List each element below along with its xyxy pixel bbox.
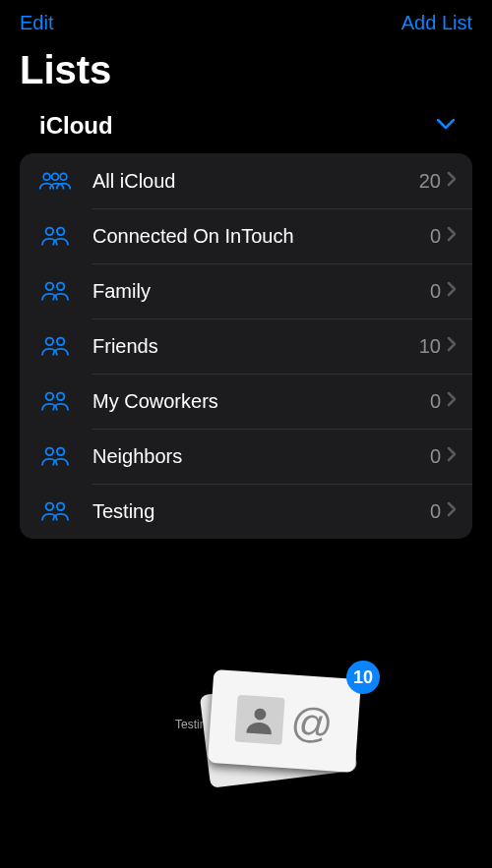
chevron-right-icon [447,391,457,411]
svg-point-8 [57,338,65,346]
avatar-placeholder [234,694,284,744]
section-header-icloud[interactable]: iCloud [0,106,492,153]
svg-point-9 [46,393,54,401]
list-row-label: Connected On InTouch [92,225,430,248]
svg-point-13 [46,503,54,511]
list-row-count: 0 [430,280,441,303]
chevron-right-icon [447,446,457,466]
card-stack-front: @ [208,669,361,773]
list-row-label: Family [92,280,430,303]
chevron-right-icon [447,226,457,246]
list-row[interactable]: All iCloud20 [20,153,472,208]
people-icon [35,389,75,413]
list-row-count: 10 [419,335,441,358]
lists-card: All iCloud20Connected On InTouch0Family0… [20,153,472,539]
svg-point-3 [46,228,54,236]
page-title: Lists [0,42,492,106]
list-row-label: Friends [92,335,419,358]
people-icon [35,444,75,468]
list-row-label: Testing [92,500,430,523]
list-row-label: My Coworkers [92,390,430,413]
people-icon [35,169,75,193]
list-row[interactable]: Connected On InTouch0 [20,208,472,263]
people-icon [35,334,75,358]
svg-point-7 [46,338,54,346]
list-row[interactable]: Friends10 [20,318,472,374]
list-row-count: 0 [430,445,441,468]
list-row[interactable]: Family0 [20,263,472,318]
section-title: iCloud [39,112,113,140]
list-row-count: 0 [430,225,441,248]
list-row-count: 0 [430,500,441,523]
svg-point-10 [57,393,65,401]
people-icon [35,224,75,248]
chevron-right-icon [447,501,457,521]
chevron-down-icon [437,117,455,135]
navbar: Edit Add List [0,0,492,42]
chevron-right-icon [447,281,457,301]
at-sign-icon: @ [289,698,335,748]
svg-point-14 [57,503,65,511]
svg-point-5 [46,283,54,291]
list-row-label: All iCloud [92,170,419,193]
svg-point-15 [254,708,267,721]
people-icon [35,499,75,523]
add-list-button[interactable]: Add List [401,12,472,34]
chevron-right-icon [447,171,457,191]
list-row[interactable]: Neighbors0 [20,429,472,484]
svg-point-12 [57,448,65,456]
list-row-label: Neighbors [92,445,430,468]
drag-count-badge: 10 [346,661,380,694]
chevron-right-icon [447,336,457,356]
people-icon [35,279,75,303]
svg-point-2 [60,173,67,180]
svg-point-6 [57,283,65,291]
svg-point-4 [57,228,65,236]
drag-preview[interactable]: Testing @ 10 [197,668,374,786]
list-row-count: 0 [430,390,441,413]
edit-button[interactable]: Edit [20,12,53,34]
svg-point-0 [43,173,50,180]
list-row[interactable]: Testing0 [20,484,472,539]
list-row[interactable]: My Coworkers0 [20,374,472,429]
svg-point-1 [52,173,59,180]
svg-point-11 [46,448,54,456]
list-row-count: 20 [419,170,441,193]
